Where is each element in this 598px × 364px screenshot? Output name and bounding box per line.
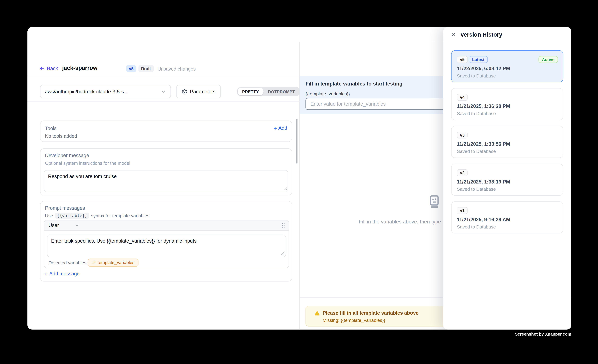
role-select-value: User [48, 222, 59, 228]
prompt-messages-title: Prompt messages [45, 205, 85, 211]
hint-suffix: syntax for template variables [91, 213, 149, 218]
plus-icon: + [274, 125, 277, 131]
version-number-badge: v4 [457, 94, 468, 101]
role-select[interactable]: User [48, 222, 80, 228]
add-message-label: Add message [49, 271, 80, 276]
developer-message-textarea[interactable]: Respond as you are tom cruise [44, 170, 288, 192]
parameters-label: Parameters [190, 89, 216, 94]
model-select[interactable]: aws/anthropic/bedrock-claude-3-5-s... [40, 85, 171, 99]
version-card-v2[interactable]: v2 11/21/2025, 1:33:19 PM Saved to Datab… [451, 164, 563, 196]
hint-prefix: Use [45, 213, 53, 218]
version-number-badge: v1 [457, 207, 468, 214]
version-badge: v5 [126, 65, 136, 72]
screen: Back jack-sparrow v5 Draft Unsaved chang… [0, 0, 598, 364]
version-status: Saved to Database [457, 73, 496, 79]
template-variable-chip[interactable]: template_variables [88, 258, 138, 266]
version-timestamp: 11/21/2025, 1:36:28 PM [457, 103, 510, 109]
template-variable-name: template_variables [98, 260, 134, 265]
fill-variables-title: Fill in template variables to start test… [306, 81, 403, 87]
plus-icon: + [44, 271, 47, 276]
version-card-v4[interactable]: v4 11/21/2025, 1:36:28 PM Saved to Datab… [451, 88, 563, 120]
format-toggle: PRETTY DOTPROMPT [237, 87, 300, 96]
model-toolbar: aws/anthropic/bedrock-claude-3-5-s... Pa… [27, 77, 300, 102]
developer-message-card: Developer message Optional system instru… [40, 149, 292, 195]
active-badge: Active [539, 56, 558, 63]
app-window: Back jack-sparrow v5 Draft Unsaved chang… [27, 27, 571, 330]
back-label: Back [47, 66, 58, 71]
warning-icon [314, 310, 320, 316]
warning-missing-text: Missing: {{template_variables}} [323, 318, 385, 323]
back-button[interactable]: Back [39, 66, 58, 71]
detected-variables-label: Detected variables: [48, 260, 88, 265]
template-variable-label: {{template_variables}} [306, 91, 350, 97]
scrollbar-thumb[interactable] [296, 119, 297, 164]
gear-icon [182, 89, 187, 94]
editor-scroll-area: Tools + Add No tools added Developer mes… [27, 102, 300, 330]
toggle-dotprompt[interactable]: DOTPROMPT [264, 88, 300, 95]
version-history-header: Version History [443, 27, 571, 42]
version-timestamp: 11/22/2025, 6:08:12 PM [457, 66, 510, 71]
unsaved-changes-label: Unsaved changes [158, 66, 196, 72]
version-history-panel: Version History v5 Latest Active 11/22/2… [443, 27, 571, 330]
parameters-button[interactable]: Parameters [176, 85, 221, 99]
bot-icon [427, 194, 442, 209]
add-tool-button[interactable]: + Add [274, 125, 287, 131]
prompt-editor-column: Back jack-sparrow v5 Draft Unsaved chang… [27, 42, 300, 330]
version-timestamp: 11/21/2025, 1:33:19 PM [457, 179, 510, 185]
tools-empty-text: No tools added [45, 133, 77, 139]
add-tool-label: Add [278, 125, 287, 131]
version-status: Saved to Database [457, 149, 496, 154]
draft-badge: Draft [139, 65, 154, 72]
chevron-down-icon [75, 223, 80, 228]
version-card-v3[interactable]: v3 11/21/2025, 1:33:56 PM Saved to Datab… [451, 126, 563, 158]
toggle-pretty[interactable]: PRETTY [238, 88, 263, 95]
version-card-v5[interactable]: v5 Latest Active 11/22/2025, 6:08:12 PM … [451, 50, 563, 82]
pencil-icon [91, 260, 96, 265]
arrow-left-icon [39, 66, 45, 71]
version-status: Saved to Database [457, 224, 496, 230]
warning-title: Please fill in all template variables ab… [323, 310, 419, 316]
model-select-value: aws/anthropic/bedrock-claude-3-5-s... [45, 89, 161, 94]
version-status: Saved to Database [457, 111, 496, 116]
prompt-messages-card: Prompt messages Use {{variable}} syntax … [40, 201, 292, 281]
breadcrumb-row: Back jack-sparrow v5 Draft Unsaved chang… [27, 61, 300, 76]
version-number-badge: v2 [457, 169, 468, 176]
variable-syntax-chip: {{variable}} [55, 213, 89, 219]
version-card-v1[interactable]: v1 11/21/2025, 9:16:39 AM Saved to Datab… [451, 201, 563, 233]
prompt-messages-hint: Use {{variable}} syntax for template var… [45, 213, 149, 219]
message-header: User [44, 221, 289, 231]
tools-title: Tools [45, 125, 57, 131]
version-number-badge: v3 [457, 132, 468, 139]
empty-state-text: Fill in the variables above, then type [359, 219, 441, 225]
message-textarea[interactable]: Enter task specifics. Use {{template_var… [47, 235, 286, 257]
drag-handle-icon[interactable] [282, 223, 285, 228]
chevron-down-icon [161, 89, 166, 94]
version-timestamp: 11/21/2025, 1:33:56 PM [457, 141, 510, 147]
add-message-button[interactable]: + Add message [44, 271, 80, 276]
page-title: jack-sparrow [62, 64, 98, 71]
watermark: Screenshot by Xnapper.com [27, 332, 571, 336]
version-history-title: Version History [460, 31, 502, 38]
version-number-badge: v5 [457, 56, 468, 63]
version-status: Saved to Database [457, 186, 496, 192]
message-block: User Enter task specifics. Use {{templat… [44, 220, 289, 268]
version-timestamp: 11/21/2025, 9:16:39 AM [457, 217, 510, 222]
close-icon[interactable] [450, 32, 456, 37]
latest-badge: Latest [469, 56, 488, 63]
developer-message-title: Developer message [45, 152, 89, 158]
message-footer: Detected variables: template_variables [44, 257, 289, 268]
developer-message-subtitle: Optional system instructions for the mod… [45, 161, 130, 166]
tools-card: Tools + Add No tools added [40, 121, 292, 142]
